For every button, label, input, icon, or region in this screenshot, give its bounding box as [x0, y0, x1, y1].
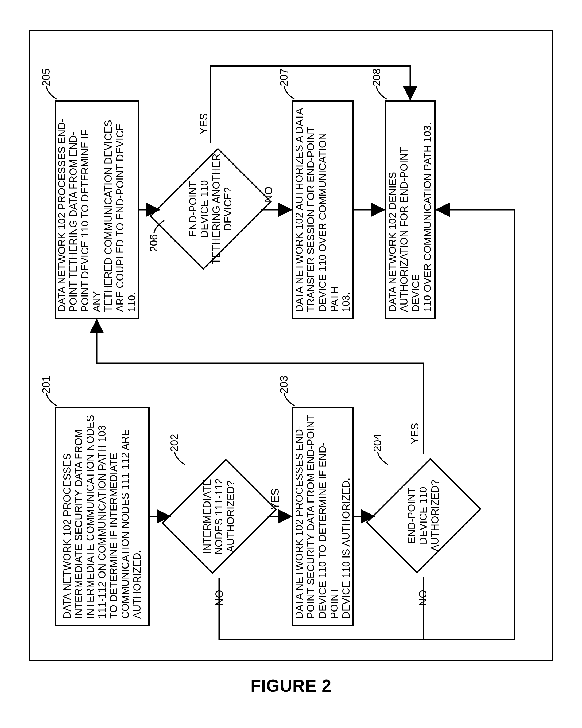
tag-206: 206: [148, 234, 160, 252]
tag-204-leader: [377, 450, 389, 466]
figure-label: FIGURE 2: [0, 676, 582, 696]
process-208: DATA NETWORK 102 DENIES AUTHORIZATION FO…: [385, 100, 435, 319]
tag-208: 208: [371, 69, 383, 86]
tag-206-leader: [153, 218, 165, 234]
flowchart-canvas: DATA NETWORK 102 PROCESSES INTERMEDIATE …: [29, 30, 553, 661]
process-205-text: DATA NETWORK 102 PROCESSES END- POINT TE…: [56, 107, 138, 312]
decision-204: END-POINT DEVICE 110 AUTHORIZED?: [373, 451, 474, 580]
process-207-text: DATA NETWORK 102 AUTHORIZES A DATA TRANS…: [294, 107, 352, 312]
edge-206-yes-label: YES: [198, 113, 210, 134]
decision-206: END-POINT DEVICE 110 TETHERING ANOTHER D…: [157, 141, 264, 277]
decision-202: INTERMEDIATE NODES 111-112 AUTHORIZED?: [168, 452, 270, 580]
tag-202: 202: [168, 434, 180, 452]
edge-206-no-label: NO: [263, 186, 275, 203]
process-205: DATA NETWORK 102 PROCESSES END- POINT TE…: [55, 100, 139, 319]
tag-204: 204: [372, 434, 383, 452]
tag-201: 201: [40, 375, 52, 393]
tag-205-leader: [45, 84, 57, 100]
decision-206-text: END-POINT DEVICE 110 TETHERING ANOTHER D…: [157, 141, 264, 277]
process-201-text: DATA NETWORK 102 PROCESSES INTERMEDIATE …: [61, 414, 143, 619]
decision-202-text: INTERMEDIATE NODES 111-112 AUTHORIZED?: [168, 452, 270, 580]
figure-frame: DATA NETWORK 102 PROCESSES INTERMEDIATE …: [29, 30, 553, 661]
edge-204-no-label: NO: [417, 590, 429, 606]
tag-207-leader: [283, 84, 295, 100]
process-207: DATA NETWORK 102 AUTHORIZES A DATA TRANS…: [292, 100, 354, 319]
process-203: DATA NETWORK 102 PROCESSES END- POINT SE…: [292, 407, 354, 626]
edge-202-no-label: NO: [213, 590, 225, 606]
tag-207: 207: [278, 69, 290, 86]
process-203-text: DATA NETWORK 102 PROCESSES END- POINT SE…: [294, 414, 352, 619]
tag-202-leader: [174, 450, 186, 466]
process-208-text: DATA NETWORK 102 DENIES AUTHORIZATION FO…: [387, 107, 434, 312]
edge-202-yes-label: YES: [269, 488, 281, 510]
tag-205: 205: [40, 69, 52, 86]
process-201: DATA NETWORK 102 PROCESSES INTERMEDIATE …: [55, 407, 150, 626]
tag-208-leader: [375, 84, 387, 100]
edge-204-yes-label: YES: [409, 423, 421, 444]
tag-203: 203: [278, 375, 290, 393]
decision-204-text: END-POINT DEVICE 110 AUTHORIZED?: [373, 451, 474, 580]
